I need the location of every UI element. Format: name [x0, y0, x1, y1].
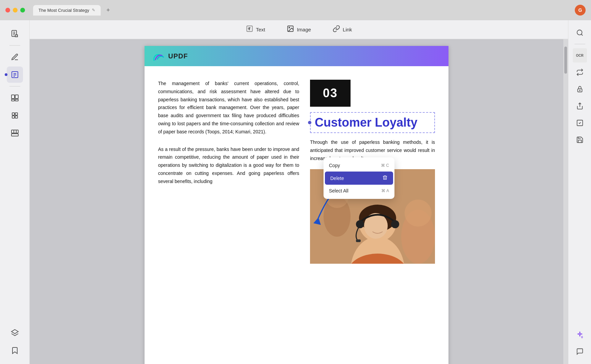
- toolbar: T Text Image: [30, 20, 568, 39]
- user-avatar[interactable]: G: [575, 5, 586, 16]
- svg-point-37: [356, 220, 364, 228]
- text-tool-icon: T: [246, 25, 253, 34]
- paragraph-2: As a result of the pressure, banks have …: [158, 146, 299, 186]
- sidebar-divider-1: [9, 45, 20, 46]
- svg-rect-12: [15, 95, 18, 99]
- left-sidebar: [0, 20, 30, 364]
- ai-panel-icon[interactable]: [573, 328, 587, 342]
- scrollbar-thumb[interactable]: [564, 47, 567, 74]
- doc-scroll[interactable]: UPDF The management of banks' current op…: [30, 39, 563, 364]
- save-panel-icon[interactable]: [573, 133, 587, 147]
- convert-panel-icon[interactable]: [573, 65, 587, 79]
- context-menu-select-all[interactable]: Select All ⌘ A: [324, 185, 394, 197]
- tab-area: The Most Crucial Strategy ✎ +: [33, 5, 113, 16]
- context-menu-copy[interactable]: Copy ⌘ C: [324, 159, 394, 172]
- share-panel-icon[interactable]: [573, 99, 587, 113]
- svg-point-29: [289, 27, 290, 28]
- svg-rect-13: [11, 99, 15, 101]
- image-tool-icon: [287, 25, 294, 34]
- svg-rect-4: [15, 34, 18, 37]
- sidebar-divider-2: [9, 86, 20, 86]
- close-button[interactable]: [5, 8, 10, 12]
- svg-rect-18: [15, 116, 18, 118]
- chat-panel-icon[interactable]: [573, 344, 587, 359]
- svg-rect-15: [12, 113, 15, 115]
- section-heading: Customer Loyalty: [315, 115, 417, 129]
- secure-panel-icon[interactable]: [573, 82, 587, 96]
- svg-rect-11: [11, 95, 15, 99]
- context-menu-select-all-shortcut: ⌘ A: [381, 188, 389, 193]
- scrollbar-track[interactable]: [563, 39, 568, 364]
- doc-area: UPDF The management of banks' current op…: [30, 39, 568, 364]
- tab-title: The Most Crucial Strategy: [38, 8, 89, 13]
- main-content: T Text Image: [30, 20, 568, 364]
- heading-selection-dot: [308, 121, 311, 124]
- check-panel-icon[interactable]: [573, 116, 587, 130]
- link-tool-button[interactable]: Link: [329, 23, 356, 36]
- sidebar-icon-bookmark[interactable]: [7, 342, 23, 359]
- svg-point-42: [405, 200, 432, 227]
- context-menu-delete-label: Delete: [330, 176, 344, 181]
- active-tab[interactable]: The Most Crucial Strategy ✎: [33, 5, 101, 16]
- sidebar-bottom: [7, 325, 23, 359]
- right-panel-divider-1: [574, 44, 585, 44]
- heading-box[interactable]: Customer Loyalty: [310, 112, 435, 133]
- maximize-button[interactable]: [20, 8, 25, 12]
- minimize-button[interactable]: [13, 8, 18, 12]
- sidebar-icon-document[interactable]: [7, 26, 23, 42]
- sidebar-icon-annotate[interactable]: [7, 49, 23, 65]
- updf-logo-text: UPDF: [168, 52, 188, 60]
- svg-rect-21: [16, 130, 18, 133]
- sidebar-icon-compress[interactable]: [7, 107, 23, 124]
- svg-rect-22: [11, 134, 18, 136]
- doc-left-column: The management of banks' current operati…: [158, 80, 299, 264]
- doc-header: UPDF: [145, 46, 448, 66]
- right-panel-bottom: [573, 328, 587, 359]
- sidebar-icon-edit[interactable]: [7, 67, 23, 83]
- section-number-box: 03: [310, 80, 351, 107]
- text-tool-label: Text: [256, 27, 265, 32]
- doc-page: UPDF The management of banks' current op…: [145, 46, 448, 364]
- sidebar-icon-stamp[interactable]: [7, 125, 23, 141]
- svg-rect-14: [15, 99, 18, 101]
- active-indicator: [5, 73, 7, 76]
- app-window: T Text Image: [0, 20, 591, 364]
- context-menu-delete-icon: [382, 175, 388, 181]
- link-tool-icon: [333, 25, 340, 34]
- svg-line-45: [581, 34, 583, 35]
- doc-body: The management of banks' current operati…: [145, 66, 448, 277]
- svg-rect-17: [12, 116, 15, 118]
- svg-text:T: T: [248, 28, 249, 31]
- svg-marker-23: [11, 330, 18, 334]
- paragraph-1: The management of banks' current operati…: [158, 80, 299, 136]
- right-panel: OCR: [568, 20, 591, 364]
- section-number: 03: [323, 86, 338, 100]
- svg-point-47: [580, 90, 580, 91]
- titlebar: The Most Crucial Strategy ✎ + G: [0, 0, 591, 20]
- context-menu-delete[interactable]: Delete: [325, 172, 393, 185]
- edit-tab-icon[interactable]: ✎: [92, 8, 95, 12]
- traffic-lights: [5, 8, 25, 12]
- svg-point-44: [577, 30, 582, 35]
- context-menu-copy-label: Copy: [329, 163, 340, 168]
- add-tab-button[interactable]: +: [103, 5, 113, 15]
- context-menu-select-all-label: Select All: [329, 188, 349, 193]
- svg-rect-20: [14, 130, 16, 133]
- context-menu-copy-shortcut: ⌘ C: [381, 163, 389, 168]
- updf-logo: UPDF: [153, 51, 188, 61]
- sidebar-icon-organize[interactable]: [7, 90, 23, 106]
- search-panel-icon[interactable]: [573, 26, 587, 40]
- context-menu: Copy ⌘ C Delete Select All: [324, 157, 394, 199]
- image-tool-label: Image: [297, 27, 311, 32]
- svg-rect-19: [11, 130, 14, 133]
- link-tool-label: Link: [343, 27, 352, 32]
- ocr-panel-icon[interactable]: OCR: [573, 48, 587, 62]
- svg-point-38: [391, 220, 399, 228]
- svg-marker-43: [313, 217, 321, 225]
- ocr-label: OCR: [576, 54, 583, 57]
- image-tool-button[interactable]: Image: [283, 23, 315, 36]
- svg-rect-39: [356, 239, 361, 242]
- sidebar-icon-layers[interactable]: [7, 325, 23, 341]
- svg-rect-16: [15, 113, 18, 115]
- text-tool-button[interactable]: T Text: [242, 23, 269, 36]
